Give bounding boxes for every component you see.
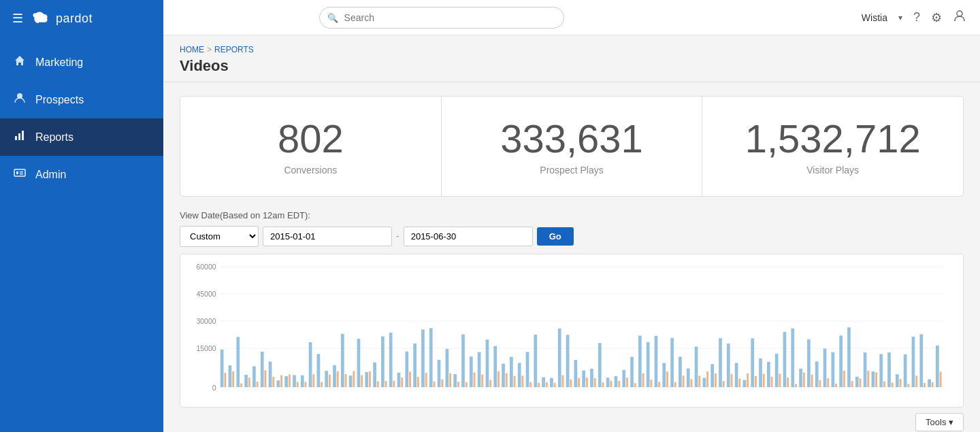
sidebar-item-prospects[interactable]: Prospects [0, 81, 163, 118]
svg-rect-24 [240, 383, 242, 386]
svg-rect-4 [14, 169, 25, 176]
svg-rect-45 [325, 371, 328, 387]
settings-icon[interactable]: ⚙ [931, 10, 942, 25]
svg-rect-63 [397, 373, 401, 387]
svg-rect-23 [236, 337, 240, 387]
svg-rect-170 [827, 378, 829, 387]
svg-rect-71 [429, 328, 433, 387]
search-icon: 🔍 [327, 12, 338, 22]
svg-rect-39 [301, 375, 304, 386]
svg-rect-183 [879, 354, 883, 387]
search-input[interactable] [319, 7, 564, 29]
svg-rect-26 [248, 378, 250, 387]
svg-rect-54 [361, 375, 363, 387]
svg-rect-132 [674, 382, 676, 386]
sidebar-item-reports-label: Reports [35, 131, 74, 144]
sidebar-item-reports[interactable]: Reports [0, 118, 163, 156]
svg-text:45000: 45000 [197, 290, 216, 298]
svg-rect-126 [650, 380, 652, 387]
search-wrapper: 🔍 [319, 7, 564, 29]
svg-rect-73 [438, 360, 441, 387]
svg-rect-66 [409, 371, 411, 387]
svg-rect-197 [936, 346, 939, 387]
svg-text:0: 0 [212, 384, 216, 392]
svg-rect-181 [872, 371, 875, 387]
svg-rect-64 [401, 378, 403, 387]
svg-rect-5 [16, 171, 18, 174]
svg-rect-79 [461, 334, 465, 386]
svg-rect-105 [566, 335, 570, 387]
end-date-input[interactable] [404, 227, 533, 246]
svg-rect-119 [622, 370, 625, 387]
svg-rect-189 [904, 354, 907, 387]
breadcrumb-home[interactable]: HOME [180, 45, 204, 54]
date-filter-label: View Date(Based on 12am EDT): [180, 210, 964, 220]
svg-rect-136 [691, 379, 693, 387]
svg-rect-33 [276, 380, 280, 387]
sidebar-item-marketing-label: Marketing [35, 56, 83, 69]
svg-rect-150 [747, 373, 749, 387]
svg-rect-180 [867, 371, 869, 387]
svg-rect-20 [224, 373, 226, 387]
svg-rect-67 [413, 344, 416, 387]
svg-rect-47 [333, 365, 336, 387]
svg-rect-137 [695, 346, 698, 387]
main-area: 🔍 Wistia ▾ ? ⚙ HOME > REPORTS Videos [163, 0, 980, 432]
svg-rect-164 [803, 372, 805, 386]
svg-rect-118 [618, 381, 620, 387]
prospect-plays-label: Prospect Plays [455, 165, 689, 176]
breadcrumb: HOME > REPORTS [180, 45, 964, 54]
svg-rect-98 [538, 382, 540, 386]
user-icon[interactable] [953, 9, 966, 26]
svg-rect-109 [582, 370, 585, 386]
svg-rect-75 [446, 348, 449, 386]
svg-rect-133 [679, 356, 682, 387]
hamburger-icon[interactable]: ☰ [12, 11, 23, 26]
svg-rect-160 [787, 378, 789, 387]
conversions-number: 802 [194, 117, 427, 161]
topbar-right: Wistia ▾ ? ⚙ [862, 9, 966, 26]
svg-rect-68 [417, 377, 419, 387]
svg-rect-25 [244, 375, 248, 387]
svg-rect-35 [284, 376, 288, 387]
reports-icon [14, 129, 26, 145]
breadcrumb-reports[interactable]: REPORTS [214, 45, 254, 54]
svg-rect-144 [723, 381, 725, 387]
svg-rect-41 [309, 342, 312, 387]
tools-button[interactable]: Tools ▾ [915, 413, 964, 431]
sidebar-item-admin[interactable]: Admin [0, 156, 163, 193]
start-date-input[interactable] [263, 227, 392, 246]
svg-rect-172 [835, 384, 837, 387]
date-range-select[interactable]: Custom Last 7 days Last 30 days Last 90 … [180, 226, 259, 247]
svg-rect-127 [655, 335, 658, 386]
svg-rect-129 [662, 363, 666, 386]
svg-rect-55 [365, 372, 368, 387]
svg-rect-80 [466, 382, 468, 387]
svg-rect-142 [715, 373, 717, 387]
svg-rect-149 [743, 380, 747, 386]
salesforce-logo [30, 11, 52, 26]
svg-rect-22 [232, 371, 234, 387]
svg-text:30000: 30000 [197, 317, 216, 325]
svg-rect-185 [887, 352, 891, 387]
account-chevron-icon[interactable]: ▾ [898, 13, 902, 22]
svg-rect-130 [666, 371, 668, 387]
svg-rect-143 [719, 338, 722, 387]
sidebar-item-marketing[interactable]: Marketing [0, 44, 163, 81]
help-icon[interactable]: ? [913, 10, 920, 24]
svg-text:15000: 15000 [197, 344, 216, 352]
svg-rect-43 [317, 354, 321, 387]
svg-rect-169 [823, 348, 827, 387]
svg-rect-117 [615, 376, 618, 387]
svg-rect-176 [851, 381, 853, 387]
svg-rect-90 [506, 373, 508, 387]
chart-wrapper: 60000 45000 30000 15000 0 [197, 261, 947, 400]
svg-rect-57 [373, 362, 376, 386]
svg-rect-30 [265, 370, 267, 387]
chart-svg: 60000 45000 30000 15000 0 [197, 261, 947, 397]
go-button[interactable]: Go [537, 227, 574, 246]
admin-icon [14, 167, 26, 182]
svg-rect-140 [706, 371, 708, 387]
svg-rect-138 [698, 376, 700, 387]
svg-rect-40 [305, 382, 307, 387]
